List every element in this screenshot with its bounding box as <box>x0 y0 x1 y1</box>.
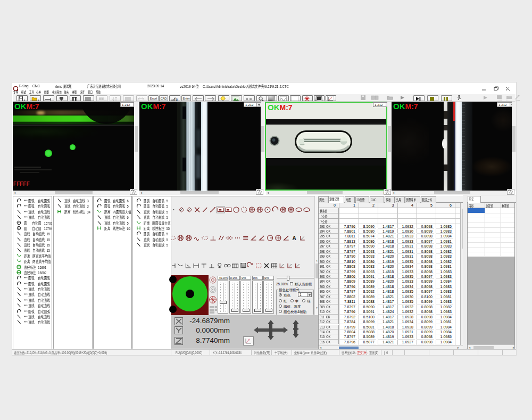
svg-text:B: B <box>176 98 178 101</box>
svg-text:A: A <box>293 235 296 241</box>
